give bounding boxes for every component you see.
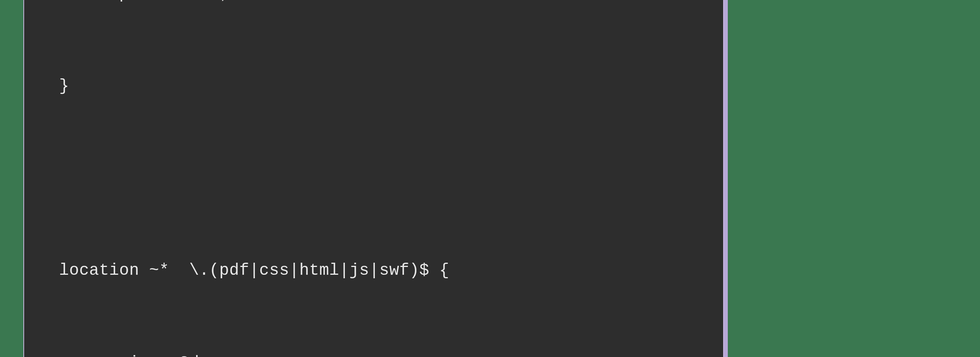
code-content: location ~* \.(jpg|jpeg|gif|png|svg)$ { … (59, 0, 688, 357)
code-line: location ~* \.(pdf|css|html|js|swf)$ { (59, 255, 688, 286)
code-line: expires 365d; (59, 0, 688, 9)
code-block: location ~* \.(jpg|jpeg|gif|png|svg)$ { … (23, 0, 724, 357)
code-block-container: location ~* \.(jpg|jpeg|gif|png|svg)$ { … (23, 0, 724, 357)
code-line (59, 163, 688, 194)
code-line: expires 2d; (59, 348, 688, 357)
code-line: } (59, 71, 688, 102)
